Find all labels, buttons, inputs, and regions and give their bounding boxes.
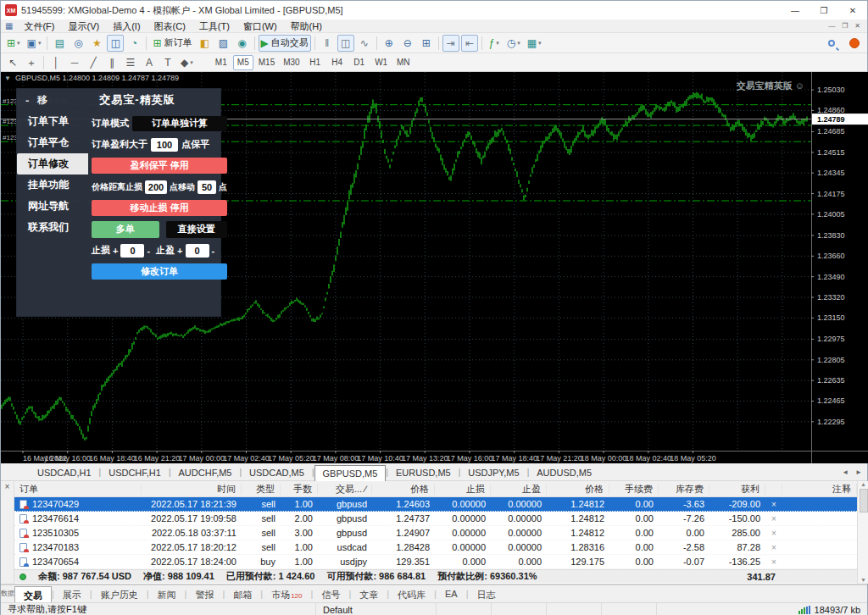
close-order-button[interactable]: × [765,543,782,552]
terminal-tab-展示[interactable]: 展示 [54,586,90,602]
scroll-up-icon[interactable]: ▲ [860,481,866,487]
scroll-thumb[interactable] [860,489,868,512]
zoom-in-button[interactable]: ⊕ [381,35,398,52]
order-row[interactable]: 1234704292022.05.17 18:21:39sell1.00gbpu… [14,497,857,512]
navigator-button[interactable]: ◎ [70,35,86,52]
order-row[interactable]: 1235103052022.05.18 03:37:11sell3.00gbpu… [14,526,857,540]
dropdown-arrow-icon[interactable]: ▾ [496,40,499,47]
menu-i[interactable]: 插入(I) [106,19,147,33]
panel-nav-item[interactable]: 联系我们 [17,217,88,238]
buy-orders-button[interactable]: 多单 [92,221,159,238]
timeframe-d1[interactable]: D1 [349,55,370,70]
vertical-line-tool[interactable]: │ [47,54,64,71]
minimize-button[interactable]: — [781,1,810,19]
trailing-stop-toggle-button[interactable]: 移动止损 停用 [92,200,227,216]
timeframe-h1[interactable]: H1 [305,55,326,70]
sl-input[interactable] [120,244,144,258]
timeframe-m1[interactable]: M1 [211,55,231,70]
panel-minimize-button[interactable]: - [25,94,37,107]
terminal-tab-交易[interactable]: 交易 [14,586,52,602]
panel-nav-item[interactable]: 挂单功能 [17,175,88,196]
terminal-tab-新闻[interactable]: 新闻 [149,586,185,602]
child-minimize-button[interactable]: — [828,22,835,30]
column-header[interactable]: 订单 [14,484,142,495]
panel-nav-item[interactable]: 订单修改 [17,153,88,175]
scroll-down-icon[interactable]: ▼ [860,577,866,583]
new-order-button[interactable]: ⊞新订单 [150,35,194,52]
trail-step-input[interactable] [198,180,216,194]
new-chart-button[interactable]: ⊞▾ [4,35,23,52]
terminal-close-button[interactable]: × [5,482,10,491]
panel-nav-item[interactable]: 网址导航 [17,196,88,217]
status-profile[interactable]: Default [316,603,437,615]
child-restore-button[interactable]: ❐ [842,22,848,30]
column-header[interactable]: 价格 [372,484,435,495]
data-window-button[interactable]: ◫ [107,35,124,52]
tp-input[interactable] [186,244,209,258]
text-tool[interactable]: A [141,54,158,71]
chart-area[interactable]: #123510305 sell 3.00#123476614 sell 2.00… [1,72,867,463]
market-watch-button[interactable]: ▤ [51,35,68,52]
shapes-tool[interactable]: ◆▾ [178,54,196,71]
chart-tab-usdchfh1[interactable]: USDCHF,H1 [101,465,169,481]
menu-v[interactable]: 显示(V) [62,19,107,33]
terminal-tab-账户历史[interactable]: 账户历史 [92,586,147,602]
panel-nav-item[interactable]: 订单平仓 [17,132,88,153]
tp-minus-button[interactable]: - [212,246,215,256]
terminal-tab-文章[interactable]: 文章 [351,586,387,602]
dropdown-arrow-icon[interactable]: ▾ [190,59,193,66]
terminal-tab-日志[interactable]: 日志 [469,586,504,602]
column-header[interactable]: 价格 [547,484,609,495]
dropdown-arrow-icon[interactable]: ▾ [517,40,520,47]
templates-button[interactable]: ▦▾ [525,35,544,52]
equidistant-channel-tool[interactable]: ∥ [103,54,120,71]
close-button[interactable]: ✕ [838,1,867,19]
sl-minus-button[interactable]: - [147,246,150,256]
close-order-button[interactable]: × [765,529,782,538]
depth-of-market-button[interactable]: ▨ [215,35,232,52]
strategy-tester-button[interactable]: ◔ [125,35,142,52]
bars-chart-button[interactable]: ‖ [319,35,336,52]
crosshair-tool[interactable]: ＋ [23,54,40,71]
timeframe-m30[interactable]: M30 [280,55,303,70]
tabs-scroll-left-icon[interactable]: ◄ [842,468,849,476]
chart-tab-usdcadm5[interactable]: USDCAD,M5 [242,465,312,481]
tabs-scroll-right-icon[interactable]: ► [855,468,862,476]
close-order-button[interactable]: × [765,500,782,509]
column-header[interactable]: 获利 [709,484,765,495]
column-header[interactable]: 注释 [782,484,857,495]
menu-c[interactable]: 图表(C) [147,19,192,33]
menu-h[interactable]: 帮助(H) [284,19,329,33]
close-order-button[interactable]: × [765,557,782,567]
auto-scroll-button[interactable]: ⇥ [442,35,459,52]
chart-tab-usdjpym5[interactable]: USDJPY,M5 [460,465,526,481]
chart-tab-gbpusdm5[interactable]: GBPUSD,M5 [314,465,387,481]
line-chart-button[interactable]: ∿ [356,35,373,52]
docked-panel-tab[interactable]: 数据 [1,590,14,597]
modify-order-button[interactable]: 修改订单 [92,263,227,280]
periods-button[interactable]: ◷▾ [504,35,523,52]
menu-w[interactable]: 窗口(W) [236,19,284,33]
timeframe-m5[interactable]: M5 [233,55,253,70]
breakeven-toggle-button[interactable]: 盈利保平 停用 [92,158,227,174]
close-order-button[interactable]: × [765,514,782,524]
column-header[interactable] [765,484,782,495]
terminal-tab-邮箱[interactable]: 邮箱 [225,586,260,602]
column-header[interactable]: 类型 [242,484,281,495]
panel-move-button[interactable]: 移 [37,93,63,108]
one-click-trading-toggle[interactable]: ▼ [4,75,11,82]
maximize-button[interactable]: ❐ [810,1,838,19]
search-button[interactable] [823,35,840,52]
profiles-button[interactable]: ▣▾ [25,35,44,52]
column-header[interactable]: 交易... ∕ [318,484,372,495]
text-label-tool[interactable]: T [159,54,176,71]
trendline-tool[interactable]: ╱ [85,54,102,71]
timeframe-m15[interactable]: M15 [255,55,278,70]
order-row[interactable]: 1234766142022.05.17 19:09:58sell2.00gbpu… [14,512,857,526]
direct-set-button[interactable]: 直接设置 [166,221,227,238]
terminal-tab-市场[interactable]: 市场120 [263,586,310,602]
timeframe-w1[interactable]: W1 [371,55,392,70]
zoom-out-button[interactable]: ⊖ [399,35,416,52]
column-header[interactable]: 手数 [281,484,318,495]
tile-windows-button[interactable]: ⊞ [418,35,435,52]
